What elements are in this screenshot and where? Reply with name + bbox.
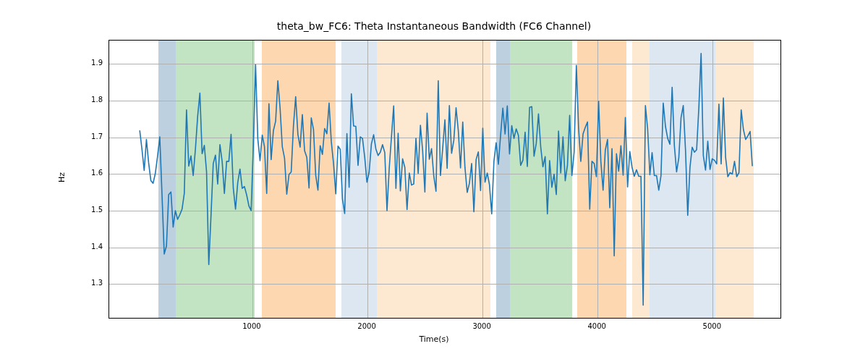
y-tick-label: 1.9 [80,59,103,67]
x-tick-label: 5000 [697,322,726,330]
chart-title: theta_bw_FC6: Theta Instantaneous Bandwi… [0,20,868,32]
x-tick-label: 3000 [467,322,496,330]
x-axis-label: Time(s) [0,334,868,344]
y-tick-label: 1.6 [80,169,103,177]
figure: theta_bw_FC6: Theta Instantaneous Bandwi… [0,0,868,362]
y-tick-label: 1.5 [80,206,103,214]
y-tick-label: 1.8 [80,96,103,104]
x-tick-label: 2000 [352,322,381,330]
x-tick-label: 1000 [237,322,266,330]
x-tick-label: 4000 [582,322,611,330]
data-line [140,54,752,306]
plot-area [109,40,781,319]
y-tick-label: 1.4 [80,243,103,251]
y-tick-label: 1.7 [80,132,103,140]
y-tick-label: 1.3 [80,279,103,287]
y-axis-label: Hz [57,172,67,182]
line-series [109,41,780,318]
